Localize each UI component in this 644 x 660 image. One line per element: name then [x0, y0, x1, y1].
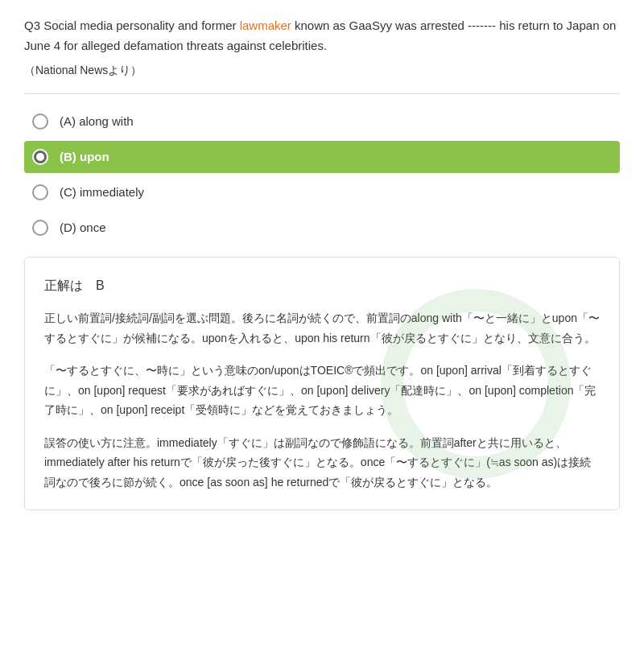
explanation-box: 正解は B 正しい前置詞/接続詞/副詞を選ぶ問題。後ろに名詞が続くので、前置詞の…: [24, 257, 620, 511]
question-number: Q3: [24, 19, 40, 32]
options-list: (A) along with (B) upon (C) immediately …: [24, 105, 620, 244]
radio-d: [32, 220, 48, 236]
correct-answer-label: 正解は: [44, 278, 83, 292]
correct-answer-line: 正解は B: [44, 275, 600, 296]
radio-a: [32, 113, 48, 130]
correct-answer-value: B: [96, 278, 105, 292]
highlight-word: lawmaker: [240, 19, 291, 32]
radio-b: [32, 149, 48, 165]
option-b[interactable]: (B) upon: [24, 141, 620, 173]
explanation-paragraph-1: 正しい前置詞/接続詞/副詞を選ぶ問題。後ろに名詞が続くので、前置詞のalong …: [44, 308, 600, 348]
source-line: （National Newsより）: [24, 61, 620, 79]
question-text-before: Social media personality and former: [43, 19, 239, 32]
explanation-paragraph-3: 誤答の使い方に注意。immediately「すぐに」は副詞なので修飾語になる。前…: [44, 433, 600, 493]
option-b-label: (B) upon: [60, 147, 109, 167]
option-a-label: (A) along with: [60, 112, 134, 131]
option-d-label: (D) once: [60, 218, 106, 237]
option-a[interactable]: (A) along with: [24, 105, 620, 138]
radio-dot-b: [36, 153, 44, 161]
radio-c: [32, 184, 48, 200]
question-text: Q3 Social media personality and former l…: [24, 16, 620, 56]
option-c-label: (C) immediately: [60, 183, 144, 202]
divider-top: [24, 93, 620, 94]
option-c[interactable]: (C) immediately: [24, 176, 620, 208]
option-d[interactable]: (D) once: [24, 212, 620, 244]
explanation-paragraph-2: 「〜するとすぐに、〜時に」という意味のon/uponはTOEIC®で頻出です。o…: [44, 361, 600, 420]
